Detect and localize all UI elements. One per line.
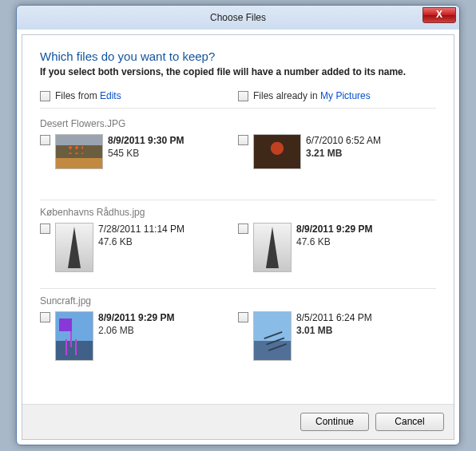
content-area: Which files do you want to keep? If you … — [22, 35, 454, 404]
file-info: 8/9/2011 9:29 PM47.6 KB — [296, 223, 372, 248]
col-left-prefix: Files from — [55, 90, 100, 101]
file-info: 8/9/2011 9:29 PM2.06 MB — [98, 311, 174, 337]
file-thumbnail[interactable] — [55, 134, 103, 169]
file-version-right: 6/7/2010 6:52 AM3.21 MB — [238, 134, 436, 190]
close-button[interactable]: X — [422, 7, 456, 23]
file-groups: Desert Flowers.JPG8/9/2011 9:30 PM545 KB… — [40, 113, 436, 377]
file-info: 7/28/2011 11:14 PM47.6 KB — [98, 223, 184, 248]
file-version-left: 7/28/2011 11:14 PM47.6 KB — [40, 223, 238, 279]
file-date: 8/9/2011 9:29 PM — [98, 311, 174, 324]
col-right-prefix: Files already in — [253, 90, 320, 101]
file-info: 6/7/2010 6:52 AM3.21 MB — [306, 134, 381, 160]
file-info: 8/5/2011 6:24 PM3.01 MB — [296, 311, 372, 337]
continue-button[interactable]: Continue — [300, 413, 369, 431]
button-bar: Continue Cancel — [22, 404, 454, 439]
file-size: 545 KB — [108, 147, 184, 160]
file-group: Suncraft.jpg8/9/2011 9:29 PM2.06 MB8/5/2… — [40, 291, 436, 377]
file-size: 2.06 MB — [98, 324, 174, 337]
select-all-source-checkbox[interactable] — [40, 91, 50, 101]
file-thumbnail[interactable] — [55, 223, 93, 272]
select-all-dest-checkbox[interactable] — [238, 91, 248, 101]
select-file-checkbox[interactable] — [238, 224, 248, 234]
file-size: 47.6 KB — [296, 235, 372, 248]
main-heading: Which files do you want to keep? — [40, 49, 436, 63]
dest-folder-link[interactable]: My Pictures — [320, 90, 371, 101]
file-size: 47.6 KB — [98, 235, 184, 248]
file-info: 8/9/2011 9:30 PM545 KB — [108, 134, 184, 160]
window-title: Choose Files — [210, 12, 266, 23]
select-file-checkbox[interactable] — [238, 135, 248, 145]
file-date: 8/5/2011 6:24 PM — [296, 311, 372, 324]
file-version-left: 8/9/2011 9:29 PM2.06 MB — [40, 311, 238, 367]
file-date: 6/7/2010 6:52 AM — [306, 134, 381, 147]
file-thumbnail[interactable] — [253, 134, 301, 169]
title-bar: Choose Files X — [17, 6, 459, 30]
col-header-right: Files already in My Pictures — [238, 90, 436, 101]
file-date: 8/9/2011 9:30 PM — [108, 134, 184, 147]
file-size: 3.21 MB — [306, 147, 381, 160]
close-icon: X — [436, 9, 442, 20]
file-row: 8/9/2011 9:30 PM545 KB6/7/2010 6:52 AM3.… — [40, 134, 436, 190]
select-file-checkbox[interactable] — [238, 312, 248, 322]
file-name: Desert Flowers.JPG — [40, 118, 436, 129]
cancel-button[interactable]: Cancel — [375, 413, 444, 431]
source-folder-link[interactable]: Edits — [100, 90, 121, 101]
file-group: Desert Flowers.JPG8/9/2011 9:30 PM545 KB… — [40, 113, 436, 200]
select-file-checkbox[interactable] — [40, 312, 50, 322]
file-thumbnail[interactable] — [253, 223, 292, 272]
col-header-left: Files from Edits — [40, 90, 238, 101]
file-thumbnail[interactable] — [253, 311, 292, 361]
col-left-label: Files from Edits — [55, 90, 121, 101]
file-date: 7/28/2011 11:14 PM — [98, 223, 184, 235]
dialog-body: Which files do you want to keep? If you … — [22, 34, 454, 440]
file-name: Københavns Rådhus.jpg — [40, 207, 436, 218]
file-group: Københavns Rådhus.jpg7/28/2011 11:14 PM4… — [40, 202, 436, 289]
file-row: 7/28/2011 11:14 PM47.6 KB8/9/2011 9:29 P… — [40, 223, 436, 279]
select-file-checkbox[interactable] — [40, 135, 50, 145]
file-name: Suncraft.jpg — [40, 295, 436, 307]
column-headers: Files from Edits Files already in My Pic… — [40, 90, 436, 109]
file-version-left: 8/9/2011 9:30 PM545 KB — [40, 134, 238, 190]
file-size: 3.01 MB — [296, 324, 372, 337]
file-row: 8/9/2011 9:29 PM2.06 MB8/5/2011 6:24 PM3… — [40, 311, 436, 367]
file-date: 8/9/2011 9:29 PM — [296, 223, 372, 235]
file-version-right: 8/9/2011 9:29 PM47.6 KB — [238, 223, 436, 279]
select-file-checkbox[interactable] — [40, 224, 50, 234]
file-thumbnail[interactable] — [55, 311, 93, 361]
dialog-window: Choose Files X Which files do you want t… — [16, 5, 460, 445]
col-right-label: Files already in My Pictures — [253, 90, 371, 101]
file-version-right: 8/5/2011 6:24 PM3.01 MB — [238, 311, 436, 367]
sub-heading: If you select both versions, the copied … — [40, 66, 436, 77]
